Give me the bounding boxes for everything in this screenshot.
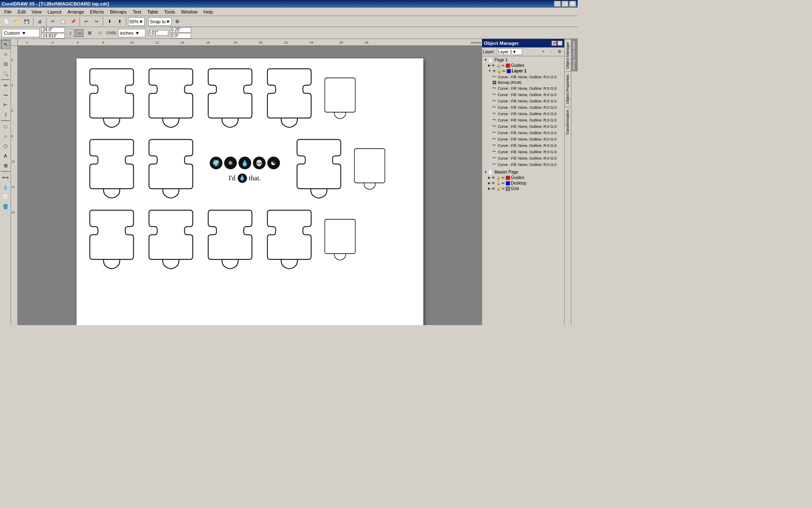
menu-edit[interactable]: Edit [15, 8, 28, 15]
menu-view[interactable]: View [29, 8, 44, 15]
open-button[interactable]: 📂 [12, 17, 21, 26]
nudge-input[interactable]: 0.01" [147, 30, 168, 36]
panel-pin-button[interactable]: 📌 [551, 41, 557, 46]
master-guides-row[interactable]: ▶ 👁 🔒 ✏ Guides [482, 175, 564, 180]
curve-item-11[interactable]: 〜 Curve : Fill: None, Outline: R:0 G:0 [482, 142, 564, 149]
interactive-fill[interactable]: ⬜ [1, 192, 10, 202]
page1-row[interactable]: ▼ 📄 Page 1 [482, 57, 564, 63]
smart-draw-tool[interactable]: 〜 [1, 91, 10, 100]
menu-text[interactable]: Text [130, 8, 144, 15]
panel-close-button[interactable]: ✕ [557, 41, 562, 46]
om-delete-layer[interactable]: - [548, 48, 555, 55]
curve-item-12[interactable]: 〜 Curve : Fill: None, Outline: R:0 G:0 [482, 149, 564, 155]
freehand-tool[interactable]: ✏ [1, 81, 10, 90]
shape-tool[interactable]: ◇ [1, 50, 10, 59]
close-button[interactable]: ✕ [569, 1, 576, 7]
menu-bitmaps[interactable]: Bitmaps [107, 8, 129, 15]
smart-fill[interactable]: 🪣 [1, 202, 10, 211]
menu-window[interactable]: Window [178, 8, 200, 15]
menu-tools[interactable]: Tools [162, 8, 178, 15]
zoom-dropdown[interactable]: 50% ▼ [128, 17, 145, 26]
menu-layout[interactable]: Layout [45, 8, 64, 15]
dimension-tool[interactable]: ⊢ [1, 100, 10, 110]
object-properties-tab[interactable]: Object Properties [565, 72, 571, 107]
parallel-dim-tool[interactable]: ⟺ [1, 173, 10, 182]
color-eyedropper[interactable]: 💧 [1, 182, 10, 192]
object-manager-header: Object Manager 📌 ✕ [482, 39, 564, 47]
minimize-button[interactable]: _ [554, 1, 561, 7]
curve-item-5[interactable]: 〜 Curve : Fill: None, Outline: R:0 G:0 [482, 104, 564, 110]
layer1-row[interactable]: ▼ 👁 🔓 ✏ Layer 1 [482, 68, 564, 74]
menu-effects[interactable]: Effects [88, 8, 107, 15]
ruler-mark-v: 10 [11, 160, 15, 163]
bitmap-item[interactable]: 🖼 Bitmap (RGB) [482, 80, 564, 85]
menu-arrange[interactable]: Arrange [65, 8, 86, 15]
guides-layer-row[interactable]: ▶ 👁 🔒 ✏ Guides [482, 63, 564, 68]
rectangle-tool[interactable]: □ [1, 122, 10, 131]
select-tool[interactable]: ↖ [1, 40, 10, 49]
masterpage-row[interactable]: ▼ 📄 Master Page [482, 169, 564, 175]
connector-tool[interactable]: ⌇ [1, 110, 10, 119]
eye-icon2: 👁 [492, 69, 496, 73]
save-button[interactable]: 💾 [22, 17, 31, 26]
snap-icon[interactable]: ⊞ [173, 17, 182, 26]
curve-item-14[interactable]: 〜 Curve : Fill: None, Outline: R:0 G:0 [482, 161, 564, 168]
curve-item-10[interactable]: 〜 Curve : Fill: None, Outline: R:0 G:0 [482, 136, 564, 142]
all-pages-button[interactable]: ⊞ [85, 28, 94, 38]
snap-dropdown[interactable]: Snap to ▼ [148, 17, 172, 26]
curve-item-4[interactable]: 〜 Curve : Fill: None, Outline: R:0 G:0 [482, 98, 564, 104]
ruler-mark: 14 [181, 41, 184, 44]
angle-input[interactable]: 0.0° [170, 33, 191, 39]
landscape-button[interactable]: ▭ [75, 29, 83, 37]
transformation-tab[interactable]: Transformation [565, 107, 571, 138]
curve-item-9[interactable]: 〜 Curve : Fill: None, Outline: R:0 G:0 [482, 130, 564, 136]
menu-help[interactable]: Help [201, 8, 216, 15]
curve-item-13[interactable]: 〜 Curve : Fill: None, Outline: R:0 G:0 [482, 155, 564, 161]
curve-item-3[interactable]: 〜 Curve : Fill: None, Outline: R:0 G:0 [482, 91, 564, 98]
menu-table[interactable]: Table [145, 8, 161, 15]
grid-row[interactable]: ▶ 👁 🔒 ✏ Grid [482, 186, 564, 191]
import-button[interactable]: ⬇ [105, 17, 114, 26]
paste-button[interactable]: 📌 [69, 17, 78, 26]
menu-file[interactable]: File [2, 8, 14, 15]
polygon-tool[interactable]: ⬡ [1, 141, 10, 151]
om-settings[interactable]: ⚙ [556, 48, 563, 55]
print-button[interactable]: 🖨 [35, 17, 44, 26]
current-page-button[interactable]: □ [95, 28, 104, 38]
curve-item-6[interactable]: 〜 Curve : Fill: None, Outline: R:0 G:0 [482, 110, 564, 117]
cards-layout: 🌍 ❄ 💧 💀 ☯ [84, 66, 416, 325]
preset-dropdown[interactable]: Custom ▼ [2, 29, 40, 37]
cut-button[interactable]: ✂ [48, 17, 58, 26]
globe-icon: 🌍 [210, 157, 222, 169]
toolbar-sep4 [103, 17, 103, 26]
nudge2-input[interactable]: 0.25" [170, 27, 191, 33]
crop-tool[interactable]: ⊡ [1, 59, 10, 69]
curve-item-2[interactable]: 〜 Curve : Fill: None, Outline: R:0 G:0 [482, 85, 564, 91]
maximize-button[interactable]: □ [562, 1, 568, 7]
copy-button[interactable]: 📋 [58, 17, 68, 26]
portrait-button[interactable]: ▯ [66, 29, 74, 37]
curve-item-1[interactable]: 〜 Curve : Fill: None, Outline: R:0 G:0 [482, 74, 564, 80]
redo-button[interactable]: ↪ [92, 17, 101, 26]
orientation-group: ▯ ▭ [66, 29, 83, 37]
page-height-input[interactable]: 14.813" [41, 33, 65, 39]
export-button[interactable]: ⬆ [115, 17, 124, 26]
undo-button[interactable]: ↩ [82, 17, 91, 26]
zoom-tool[interactable]: 🔍 [1, 69, 10, 78]
layer-dropdown[interactable]: Layer 1 ▼ [497, 48, 522, 55]
text-tool[interactable]: A [1, 151, 10, 160]
om-new-layer[interactable]: + [540, 48, 547, 55]
ellipse-tool[interactable]: ○ [1, 132, 10, 141]
page-width-input[interactable]: 24.0" [41, 27, 65, 33]
curve-item-8[interactable]: 〜 Curve : Fill: None, Outline: R:0 G:0 [482, 123, 564, 130]
curve-item-7[interactable]: 〜 Curve : Fill: None, Outline: R:0 G:0 [482, 117, 564, 123]
bitmap-color-mask-tab[interactable]: Bitmap Color Mask [571, 39, 578, 72]
lock-icon: 🔒 [496, 64, 501, 68]
new-button[interactable]: 📄 [2, 17, 11, 26]
desktop-row[interactable]: ▶ 👁 🔓 ✏ Desktop [482, 180, 564, 186]
units-dropdown[interactable]: inches ▼ [118, 29, 145, 37]
object-manager-tab[interactable]: Object Manager [565, 39, 571, 72]
grid-label: Grid [511, 186, 519, 191]
table-tool[interactable]: ⊞ [1, 161, 10, 170]
curve-icon2: 〜 [492, 86, 496, 91]
